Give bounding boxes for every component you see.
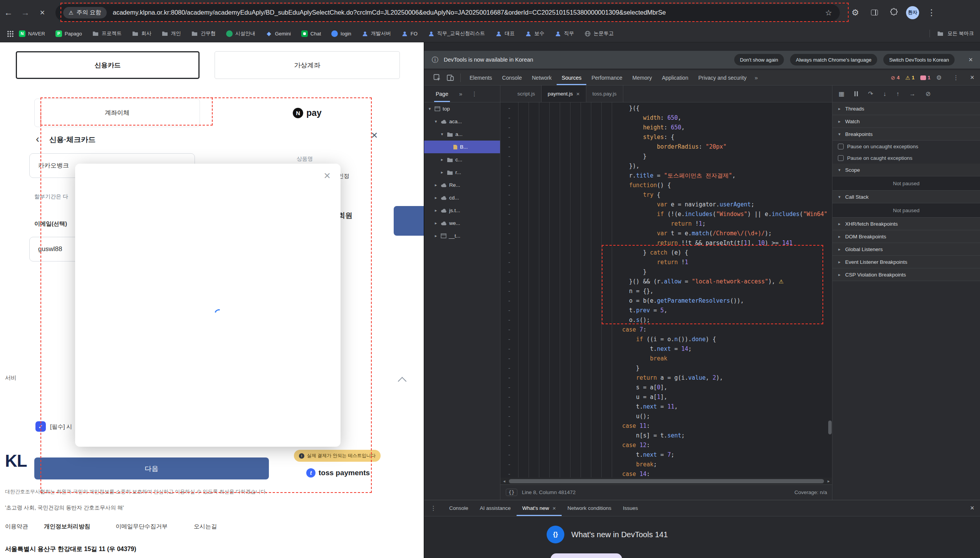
tree-caret-icon[interactable]: ▸: [433, 233, 438, 238]
notification-button-always-match-chrome-s-language[interactable]: Always match Chrome's language: [790, 54, 877, 65]
modal-close-icon[interactable]: ×: [324, 169, 331, 182]
file-tree-item-we[interactable]: ▸we...: [424, 217, 500, 230]
footer-link-[interactable]: 오시는길: [194, 523, 217, 530]
drawer-tab-issues[interactable]: Issues: [617, 500, 644, 516]
section-xhr-fetch-breakpoints[interactable]: ▸XHR/fetch Breakpoints: [832, 218, 980, 230]
footer-link-[interactable]: 이용약관: [5, 523, 28, 530]
section-dom-breakpoints[interactable]: ▸DOM Breakpoints: [832, 230, 980, 243]
devtools-tab-sources[interactable]: Sources: [557, 70, 586, 85]
tree-caret-icon[interactable]: ▸: [433, 183, 438, 188]
file-tree-item-b[interactable]: B...: [424, 141, 500, 153]
pause-script-icon[interactable]: [854, 91, 858, 96]
bookmark-[interactable]: 간무협: [191, 30, 216, 37]
drawer-tab-what-s-new[interactable]: What's new×: [517, 500, 562, 516]
devtools-close-icon[interactable]: ×: [970, 74, 974, 82]
checkbox-row-pause-on-caught-exceptions[interactable]: Pause on caught exceptions: [832, 152, 980, 164]
file-tree-item-re[interactable]: ▸Re...: [424, 179, 500, 191]
editor-tab-toss-pay-js[interactable]: toss.pay.js: [586, 85, 623, 102]
file-tree-item-a[interactable]: ▾a...: [424, 128, 500, 141]
devtools-tab-network[interactable]: Network: [527, 70, 557, 85]
bookmark-[interactable]: 개발서버: [362, 30, 391, 37]
warning-count[interactable]: ⚠1: [905, 75, 915, 81]
close-tab-icon[interactable]: ×: [552, 505, 556, 511]
file-tree-item-js-t[interactable]: ▸js.t...: [424, 204, 500, 217]
tree-caret-icon[interactable]: ▸: [440, 170, 445, 175]
bookmark-[interactable]: 직무: [555, 30, 574, 37]
notification-close-icon[interactable]: ×: [968, 56, 973, 64]
inspect-element-icon[interactable]: [433, 74, 441, 82]
forward-button[interactable]: →: [17, 8, 34, 18]
step-into-icon[interactable]: ↓: [883, 90, 886, 97]
section-global-listeners[interactable]: ▸Global Listeners: [832, 243, 980, 256]
pretty-print-icon[interactable]: {}: [506, 489, 517, 496]
tree-caret-icon[interactable]: ▸: [433, 221, 438, 226]
devtools-tab-application[interactable]: Application: [657, 70, 693, 85]
section-threads[interactable]: ▸Threads: [832, 102, 980, 115]
sheet-close-icon[interactable]: ×: [371, 129, 378, 142]
drawer-tab-network-conditions[interactable]: Network conditions: [562, 500, 617, 516]
bookmark-[interactable]: 프로젝트: [92, 30, 122, 37]
next-button[interactable]: 다음: [34, 457, 269, 479]
section-call-stack[interactable]: ▾Call Stack: [832, 191, 980, 203]
step-over-icon[interactable]: ↷: [868, 90, 873, 97]
footer-link-[interactable]: 개인정보처리방침: [44, 523, 90, 530]
tree-caret-icon[interactable]: ▸: [433, 208, 438, 213]
profile-avatar[interactable]: 환자: [906, 6, 919, 19]
vertical-scrollbar-thumb[interactable]: [828, 421, 832, 434]
address-bar[interactable]: ⚠ 주의 요함 academy.klpna.or.kr:8080/academy…: [55, 4, 840, 21]
file-tree-item-cd[interactable]: ▸cd...: [424, 191, 500, 204]
required-checkbox[interactable]: ✓: [35, 421, 46, 432]
navigator-more-tabs-icon[interactable]: »: [459, 90, 462, 97]
file-tree-item-c[interactable]: ▸c...: [424, 153, 500, 166]
stop-loading-button[interactable]: ×: [34, 8, 51, 18]
tab-virtual-account[interactable]: 가상계좌: [215, 51, 400, 79]
side-panel-icon[interactable]: [866, 8, 883, 18]
scroll-right-arrow[interactable]: ▸: [825, 479, 832, 484]
bookmark-star-icon[interactable]: ☆: [825, 8, 832, 17]
section-breakpoints[interactable]: ▾Breakpoints: [832, 128, 980, 141]
bookmark-papago[interactable]: PPapago: [55, 30, 82, 37]
devtools-menu-icon[interactable]: ⋮: [953, 74, 959, 81]
devtools-settings-icon[interactable]: ⚙: [936, 74, 941, 81]
bookmark-[interactable]: 대표: [495, 30, 515, 37]
issues-count[interactable]: 1: [920, 75, 930, 80]
devtools-tab-privacy-and-security[interactable]: Privacy and security: [693, 70, 752, 85]
layout-toggle-icon[interactable]: ▦: [839, 90, 844, 97]
apps-grid-icon[interactable]: [7, 30, 13, 37]
bookmark-[interactable]: 개인: [162, 30, 181, 37]
tree-caret-icon[interactable]: ▸: [433, 195, 438, 200]
section-csp-violation-breakpoints[interactable]: ▸CSP Violation Breakpoints: [832, 268, 980, 281]
drawer-tab-console[interactable]: Console: [443, 500, 474, 516]
browser-menu-icon[interactable]: ⋮: [923, 8, 940, 18]
footer-link-[interactable]: 이메일무단수집거부: [116, 523, 168, 530]
navigator-menu-icon[interactable]: ⋮: [472, 90, 477, 97]
collapse-chevron-icon[interactable]: [398, 377, 407, 386]
tab-npay[interactable]: N pay: [215, 99, 400, 127]
tree-caret-icon[interactable]: ▾: [433, 119, 438, 124]
checkbox[interactable]: [838, 155, 844, 161]
back-button[interactable]: ←: [0, 8, 17, 18]
bookmark-naver[interactable]: NNAVER: [19, 30, 45, 37]
bookmark-gemini[interactable]: ◆Gemini: [266, 30, 291, 37]
more-panels-icon[interactable]: »: [755, 74, 758, 81]
step-out-icon[interactable]: ↑: [896, 90, 899, 97]
drawer-tab-ai-assistance[interactable]: AI assistance: [474, 500, 517, 516]
file-tree-item-r[interactable]: ▸r...: [424, 166, 500, 179]
tree-caret-icon[interactable]: ▾: [427, 106, 432, 111]
back-chevron-icon[interactable]: ‹: [36, 133, 39, 145]
navigator-tab-page[interactable]: Page: [434, 85, 450, 102]
notification-button-switch-devtools-to-korean[interactable]: Switch DevTools to Korean: [883, 54, 955, 65]
editor-tab-payment-js[interactable]: payment.js×: [542, 85, 586, 102]
bookmark-[interactable]: 회사: [132, 30, 151, 37]
file-tree-item-t[interactable]: ▸__t...: [424, 230, 500, 242]
bookmark-[interactable]: 논문투고: [584, 30, 614, 37]
notification-button-don-t-show-again[interactable]: Don't show again: [734, 54, 784, 65]
bookmark-[interactable]: 시설안내: [226, 30, 255, 37]
tree-caret-icon[interactable]: ▸: [440, 157, 445, 162]
section-watch[interactable]: ▸Watch: [832, 115, 980, 128]
editor-horizontal-scrollbar[interactable]: ◂ ▸: [500, 478, 832, 484]
step-icon[interactable]: →: [910, 90, 916, 97]
devtools-tab-performance[interactable]: Performance: [586, 70, 627, 85]
bookmark-login[interactable]: login: [331, 30, 351, 37]
section-event-listener-breakpoints[interactable]: ▸Event Listener Breakpoints: [832, 256, 980, 268]
